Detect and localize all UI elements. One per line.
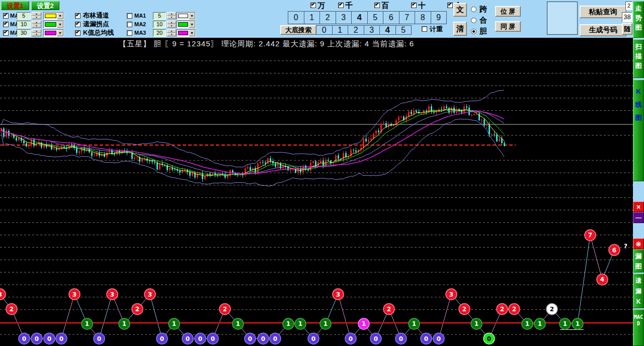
digit-btn-6[interactable]: 6: [383, 11, 399, 24]
miss-point-value: 1: [525, 320, 529, 327]
base-search-button[interactable]: 大底搜索: [280, 25, 316, 35]
digit2-btn-4[interactable]: 4: [379, 25, 396, 35]
weight-checkbox[interactable]: [422, 26, 427, 32]
dropdown-arrow-icon[interactable]: ▼: [189, 13, 195, 19]
random-button[interactable]: 随: [622, 23, 632, 35]
radio-0[interactable]: [471, 7, 476, 12]
tab-macd[interactable]: MACD: [633, 309, 644, 346]
ma2set-ma3-value[interactable]: 20: [153, 29, 166, 37]
generate-numbers-button[interactable]: 生成号码: [580, 24, 626, 36]
candle-body: [247, 167, 249, 168]
digit2-btn-5[interactable]: 5: [395, 25, 412, 35]
radio-2[interactable]: [471, 29, 476, 34]
ma2set-ma2-checkbox[interactable]: [127, 22, 132, 27]
ma1set-ma1-color[interactable]: ▼: [43, 12, 64, 20]
tab-scan-chart[interactable]: 扫描图: [633, 39, 644, 78]
period-field[interactable]: 38: [622, 12, 632, 22]
digit-btn-9[interactable]: 9: [431, 11, 447, 24]
miss-segment: [61, 294, 74, 338]
tab-trend-chart[interactable]: 走势图: [633, 1, 644, 38]
ma1set-ma3-color[interactable]: ▼: [43, 29, 64, 37]
digit-btn-4[interactable]: 4: [351, 11, 368, 24]
ma2set-ma1-color[interactable]: ▼: [177, 12, 196, 20]
dropdown-arrow-icon[interactable]: ▼: [189, 21, 195, 28]
candle-body: [151, 161, 153, 162]
digit2-btn-2[interactable]: 2: [348, 25, 364, 35]
star-icon[interactable]: ※: [633, 238, 644, 249]
ma2set-ma3-color[interactable]: ▼: [177, 29, 196, 37]
ma2set-ma1-spinner-down-icon[interactable]: ▼: [167, 16, 176, 19]
digit-btn-5[interactable]: 5: [367, 11, 384, 24]
ma2set-ma1-value[interactable]: 5: [153, 12, 166, 20]
tab-settings2[interactable]: 设置2: [31, 1, 59, 10]
candle-body: [260, 162, 261, 164]
close-icon[interactable]: ×: [633, 201, 644, 212]
ma1set-ma3-checkbox[interactable]: ✔: [3, 30, 9, 36]
text-mode-button[interactable]: 文: [453, 3, 467, 17]
ma2set-ma1-checkbox[interactable]: [127, 13, 132, 19]
digit2-btn-0[interactable]: 0: [316, 25, 333, 35]
overlay-checkbox-1[interactable]: ✔: [75, 22, 80, 27]
ma1set-ma2-spinner-up-icon[interactable]: ▲: [32, 21, 41, 24]
ma2set-ma3-spinner-down-icon[interactable]: ▼: [167, 33, 176, 36]
candle-body: [436, 112, 437, 112]
ma2set-ma1-spinner-up-icon[interactable]: ▲: [167, 12, 176, 16]
ma2set-ma2-spinner-down-icon[interactable]: ▼: [167, 24, 176, 28]
candle-body: [68, 145, 70, 149]
ma1set-ma3-spinner-up-icon[interactable]: ▲: [32, 29, 41, 33]
digit-btn-2[interactable]: 2: [319, 11, 336, 24]
ma1set-ma3-spinner-down-icon[interactable]: ▼: [32, 33, 41, 36]
candle-body: [363, 139, 364, 148]
miss-point-value: 1: [412, 320, 416, 327]
ma1set-ma1-checkbox[interactable]: ✔: [3, 13, 9, 19]
tab-miss-k[interactable]: 遗漏K: [633, 273, 644, 308]
ma1set-ma2-color[interactable]: ▼: [43, 21, 64, 28]
clear-button[interactable]: 清: [453, 22, 467, 36]
overlay-checkbox-0[interactable]: ✔: [75, 13, 80, 19]
ma2set-ma2-value[interactable]: 10: [153, 21, 166, 28]
ma1set-ma3-value[interactable]: 30: [17, 29, 31, 37]
digit2-btn-1[interactable]: 1: [332, 25, 349, 35]
digit-pos-checkbox-0[interactable]: ✔: [310, 3, 316, 8]
digit-btn-3[interactable]: 3: [336, 11, 352, 24]
miss-point-value: 0: [59, 335, 63, 342]
ma2set-ma2-spinner-up-icon[interactable]: ▲: [167, 21, 176, 24]
ma2set-ma2-color[interactable]: ▼: [177, 21, 196, 28]
ma2set-ma3-spinner-up-icon[interactable]: ▲: [167, 29, 176, 33]
ma1set-ma2-value[interactable]: 10: [17, 21, 31, 28]
digit-pos-checkbox-4[interactable]: ✔: [447, 3, 453, 8]
digit-pos-checkbox-1[interactable]: ✔: [338, 3, 344, 8]
ma1set-ma1-spinner-down-icon[interactable]: ▼: [32, 16, 41, 19]
ma1set-ma2-spinner-down-icon[interactable]: ▼: [32, 24, 41, 28]
digit-btn-0[interactable]: 0: [288, 11, 304, 24]
candle-body: [494, 134, 495, 135]
same-screen-button[interactable]: 同 屏: [495, 21, 521, 32]
digit2-btn-3[interactable]: 3: [364, 25, 380, 35]
dropdown-arrow-icon[interactable]: ▼: [57, 30, 63, 36]
tab-kline-chart[interactable]: K线图: [633, 80, 644, 181]
radio-1[interactable]: [471, 18, 476, 23]
ma1set-ma2-checkbox[interactable]: ✔: [3, 22, 9, 27]
dropdown-arrow-icon[interactable]: ▼: [189, 30, 195, 36]
digit-btn-1[interactable]: 1: [304, 11, 320, 24]
paste-query-button[interactable]: 粘贴查询: [580, 6, 626, 18]
digit-btn-7[interactable]: 7: [399, 11, 416, 24]
digit-pos-checkbox-2[interactable]: ✔: [374, 3, 380, 8]
dropdown-arrow-icon[interactable]: ▼: [57, 13, 63, 19]
count-field[interactable]: 2: [625, 2, 632, 10]
check-icon: ✔: [4, 29, 8, 35]
ma1set-ma1-spinner-up-icon[interactable]: ▲: [32, 12, 41, 16]
overlay-checkbox-2[interactable]: ✔: [75, 30, 80, 36]
candle-body: [23, 141, 25, 144]
tab-settings1[interactable]: 设置1: [1, 1, 29, 10]
digit-btn-8[interactable]: 8: [415, 11, 431, 24]
minimize-icon[interactable]: —: [633, 212, 644, 223]
ma1set-ma1-value[interactable]: 5: [17, 12, 31, 20]
digit-pos-checkbox-3[interactable]: ✔: [411, 3, 417, 8]
tab-miss-map[interactable]: 漏图: [633, 249, 644, 272]
candle-body: [212, 173, 213, 175]
miss-point-value: 0: [374, 335, 378, 342]
dropdown-arrow-icon[interactable]: ▼: [57, 21, 63, 28]
position-screen-button[interactable]: 位 屏: [495, 6, 521, 17]
ma2set-ma3-checkbox[interactable]: [127, 30, 132, 36]
